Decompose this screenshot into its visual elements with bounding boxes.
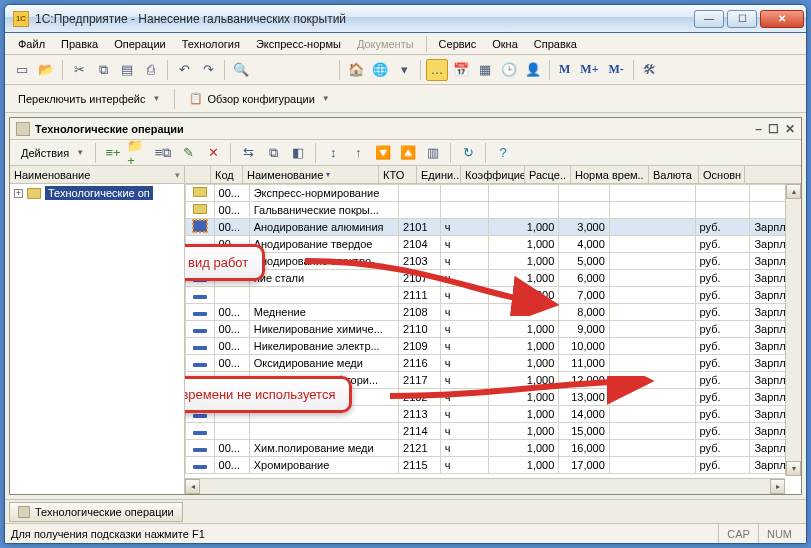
menu-file[interactable]: Файл [11,35,52,53]
table-row[interactable]: 00...Экспресс-нормирование [186,185,801,202]
move-up-icon[interactable]: ↑ [347,142,369,164]
refresh-icon[interactable]: ↻ [457,142,479,164]
hierarchy-icon[interactable]: ⇆ [237,142,259,164]
move-icon[interactable]: ↕ [322,142,344,164]
child-maximize-button[interactable]: ☐ [768,122,779,136]
edit-icon[interactable]: ✎ [177,142,199,164]
table-row[interactable]: 00...Оксидирование меди2116ч1,00011,000р… [186,355,801,372]
child-close-button[interactable]: ✕ [785,122,795,136]
menu-service[interactable]: Сервис [432,35,484,53]
column-header-norm[interactable]: Норма врем.. [571,166,649,183]
calendar-icon[interactable]: 📅 [450,59,472,81]
m-plus-button[interactable]: M+ [576,59,602,81]
open-icon[interactable]: 📂 [35,59,57,81]
menu-windows[interactable]: Окна [485,35,525,53]
scroll-up-icon[interactable]: ▴ [786,184,801,199]
filter-icon[interactable]: 🔽 [372,142,394,164]
menu-operations[interactable]: Операции [107,35,172,53]
gallery-icon[interactable]: ▤ [116,59,138,81]
column-header-kto[interactable]: КТО [379,166,417,183]
expand-icon[interactable]: + [14,189,23,198]
scroll-right-icon[interactable]: ▸ [770,479,785,494]
delete-icon[interactable]: ✕ [202,142,224,164]
redo-icon[interactable]: ↷ [197,59,219,81]
item-icon [193,346,207,350]
item-icon [193,465,207,469]
table-row[interactable]: 00...Хим.полирование меди2121ч1,00016,00… [186,440,801,457]
table-row[interactable]: 00...Никелирование электр...2109ч1,00010… [186,338,801,355]
help-icon[interactable]: ? [492,142,514,164]
table-row[interactable]: 00...Анодирование твердое2104ч1,0004,000… [186,236,801,253]
item-icon [193,414,207,418]
tree-icon[interactable]: ⧉ [262,142,284,164]
column-header-rate[interactable]: Расце.. [525,166,571,183]
icon-b[interactable]: 🌐 [369,59,391,81]
scroll-left-icon[interactable]: ◂ [185,479,200,494]
table-row[interactable]: 00...Никелирование химиче...2110ч1,0009,… [186,321,801,338]
column-header-unit[interactable]: Едини.. [417,166,461,183]
row-icon-cell [186,355,215,372]
maximize-button[interactable]: ☐ [727,10,757,28]
add-icon[interactable]: ≡+ [102,142,124,164]
taskbar-item[interactable]: Технологические операции [9,502,183,522]
document-icon [16,122,30,136]
new-icon[interactable]: ▭ [11,59,33,81]
app-window: 1C 1С:Предприятие - Нанесение гальваниче… [4,4,807,544]
scrollbar-vertical[interactable]: ▴ ▾ [785,184,801,476]
actions-button[interactable]: Действия▼ [16,142,89,164]
column-header-base[interactable]: Основн [699,166,745,183]
close-button[interactable]: ✕ [760,10,804,28]
search-icon[interactable]: 🔍 [230,59,252,81]
user-icon[interactable]: 👤 [522,59,544,81]
grid-icon[interactable]: ▦ [474,59,496,81]
mdi-taskbar: Технологические операции [5,499,806,523]
row-icon-cell [186,338,215,355]
switch-interface-button[interactable]: Переключить интерфейс▼ [13,88,165,110]
column-header-currency[interactable]: Валюта [649,166,699,183]
column-header-icon[interactable] [185,166,211,183]
tools-icon[interactable]: 🛠 [639,59,661,81]
filter-off-icon[interactable]: 🔼 [397,142,419,164]
columns-icon[interactable]: ▥ [422,142,444,164]
scrollbar-horizontal[interactable]: ◂ ▸ [185,478,785,494]
scroll-down-icon[interactable]: ▾ [786,461,801,476]
column-header-name[interactable]: Наименование▾ [243,166,379,183]
copy-icon[interactable]: ⧉ [92,59,114,81]
icon-c[interactable]: ▾ [393,59,415,81]
copy-row-icon[interactable]: ≡⧉ [152,142,174,164]
time-icon[interactable]: 🕒 [498,59,520,81]
grid-body[interactable]: 00...Экспресс-нормирование00...Гальванич… [185,184,801,494]
folder-icon [193,204,207,214]
undo-icon[interactable]: ↶ [173,59,195,81]
item-icon [193,448,207,452]
row-icon-cell [186,440,215,457]
menu-edit[interactable]: Правка [54,35,105,53]
child-minimize-button[interactable]: – [755,122,762,136]
tree-header[interactable]: Наименование ▾ [10,166,184,184]
minimize-button[interactable]: — [694,10,724,28]
add-folder-icon[interactable]: 📁+ [127,142,149,164]
table-row[interactable]: 00...Хромирование2115ч1,00017,000руб.Зар… [186,457,801,474]
cut-icon[interactable]: ✂ [68,59,90,81]
titlebar: 1C 1С:Предприятие - Нанесение гальваниче… [5,5,806,33]
column-header-coef[interactable]: Коэффицие.. [461,166,525,183]
menu-technology[interactable]: Технология [175,35,247,53]
column-header-code[interactable]: Код [211,166,243,183]
item-icon [193,312,207,316]
icon-a[interactable]: 🏠 [345,59,367,81]
level-icon[interactable]: ◧ [287,142,309,164]
table-row[interactable]: 00...Гальванические покры... [186,202,801,219]
child-title: Технологические операции [35,123,755,135]
table-row[interactable]: 2114ч1,00015,000руб.Зарпла [186,423,801,440]
calc-icon[interactable]: … [426,59,448,81]
menu-help[interactable]: Справка [527,35,584,53]
m-plain-button[interactable]: M [555,59,574,81]
config-overview-button[interactable]: 📋 Обзор конфигурации▼ [184,88,334,110]
app-icon: 1C [13,11,29,27]
tree-item[interactable]: + Технологические оп [10,184,184,202]
print-icon[interactable]: ⎙ [140,59,162,81]
m-minus-button[interactable]: M- [605,59,628,81]
menu-express-norms[interactable]: Экспресс-нормы [249,35,348,53]
table-row[interactable]: 00...Анодирование алюминия2101ч1,0003,00… [186,219,801,236]
status-hint: Для получения подсказки нажмите F1 [11,528,205,540]
